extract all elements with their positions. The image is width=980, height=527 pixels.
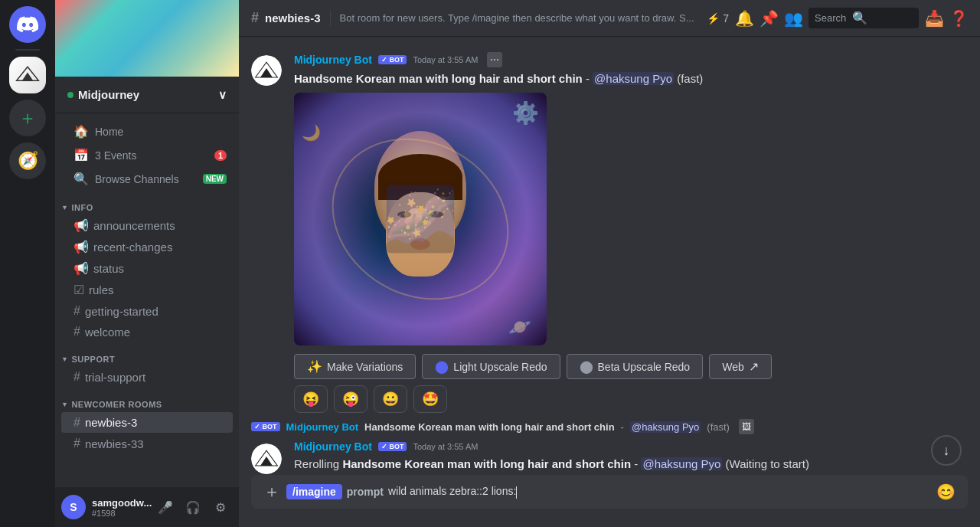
inline-mention[interactable]: @haksung Pyo (630, 421, 701, 433)
channel-sidebar: Midjourney ∨ 🏠 Home 📅 3 Events 1 🔍 Brows… (55, 0, 239, 527)
message-input-box[interactable]: ＋ /imagine prompt wild animals zebra::2 … (251, 475, 968, 509)
slash-command-display[interactable]: /imagine prompt wild animals zebra::2 li… (286, 484, 930, 499)
channel-name: newbies-3 (85, 416, 137, 429)
beta-upscale-redo-label: Beta Upscale Redo (598, 361, 691, 373)
channel-header-name-area: # newbies-3 (251, 10, 321, 26)
channel-status[interactable]: 📢 status (61, 258, 233, 279)
channel-recent-changes[interactable]: 📢 recent-changes (61, 237, 233, 257)
web-button[interactable]: Web ↗ (709, 354, 772, 379)
channel-name: rules (89, 283, 114, 296)
sidebar-item-events[interactable]: 📅 3 Events 1 (61, 143, 233, 167)
announce-icon-2: 📢 (74, 240, 89, 254)
message-input-area: ＋ /imagine prompt wild animals zebra::2 … (239, 475, 980, 527)
message-timestamp-2: Today at 3:55 AM (413, 442, 478, 451)
discord-home-button[interactable] (9, 6, 46, 43)
pin-button[interactable]: 📌 (760, 9, 778, 28)
inline-speed: (fast) (707, 421, 730, 433)
category-arrow-icon-2: ▼ (61, 355, 68, 363)
server-sidebar: ＋ 🧭 (0, 0, 55, 527)
channel-description: Bot room for new users. Type /imagine th… (340, 12, 698, 24)
category-newcomer[interactable]: ▼ NEWCOMER ROOMS (55, 388, 239, 412)
midjourney-avatar-2 (251, 444, 282, 474)
reaction-2[interactable]: 😜 (334, 385, 368, 413)
user-avatar[interactable]: S (61, 495, 86, 519)
input-prompt-value[interactable]: wild animals zebra::2 lions: (388, 485, 930, 498)
inline-author[interactable]: Midjourney Bot (286, 421, 359, 433)
channel-name: recent-changes (93, 241, 172, 254)
deafen-button[interactable]: 🎧 (181, 495, 205, 519)
reaction-4[interactable]: 🤩 (413, 385, 447, 413)
make-variations-button[interactable]: ✨ Make Variations (294, 354, 416, 379)
reaction-3[interactable]: 😀 (374, 385, 407, 413)
channel-getting-started[interactable]: # getting-started (61, 301, 233, 321)
reaction-1[interactable]: 😝 (294, 385, 328, 413)
input-prompt-label: prompt (347, 486, 384, 498)
channel-trial-support[interactable]: # trial-support (61, 367, 233, 387)
midjourney-avatar (251, 55, 282, 86)
search-label: Search (815, 12, 846, 24)
emoji-reactions: 😝 😜 😀 🤩 (294, 385, 968, 413)
light-upscale-redo-button[interactable]: ⬤ Light Upscale Redo (422, 354, 560, 379)
text-cursor (516, 486, 517, 499)
verified-tag-1: ✓ BOT (378, 55, 407, 64)
message-buttons: ✨ Make Variations ⬤ Light Upscale Redo ⬤… (294, 354, 968, 379)
calendar-icon: 📅 (74, 148, 89, 162)
help-button[interactable]: ❓ (949, 9, 968, 28)
scroll-to-bottom-button[interactable]: ↓ (931, 435, 962, 466)
beta-upscale-redo-button[interactable]: ⬤ Beta Upscale Redo (567, 354, 704, 379)
channel-newbies-3[interactable]: # newbies-3 👤+ (61, 412, 233, 433)
add-server-button[interactable]: ＋ (9, 100, 46, 136)
sidebar-item-home[interactable]: 🏠 Home (61, 119, 233, 143)
main-content: # newbies-3 Bot room for new users. Type… (239, 0, 980, 527)
generated-image: ⚙️ 🌙 🪐 (294, 93, 547, 345)
discover-button[interactable]: 🧭 (9, 142, 46, 179)
channel-newbies-33[interactable]: # newbies-33 (61, 434, 233, 453)
sidebar-item-browse[interactable]: 🔍 Browse Channels NEW (61, 167, 233, 191)
messages-area: Midjourney Bot ✓ BOT Today at 3:55 AM ⋯ … (239, 37, 980, 475)
announce-icon-3: 📢 (74, 261, 89, 276)
message-text-1: Handsome Korean man with long hair and s… (294, 70, 968, 87)
home-label: Home (95, 126, 123, 138)
notifications-button[interactable]: 🔔 (735, 9, 753, 28)
message-header-2: Midjourney Bot ✓ BOT Today at 3:55 AM (294, 440, 968, 453)
settings-button[interactable]: ⚙ (208, 495, 233, 519)
category-info[interactable]: ▼ INFO (55, 191, 239, 215)
category-support[interactable]: ▼ SUPPORT (55, 342, 239, 367)
message-content-1: Midjourney Bot ✓ BOT Today at 3:55 AM ⋯ … (294, 52, 968, 413)
midjourney-server-icon[interactable] (9, 57, 46, 93)
hash-icon-2: # (74, 325, 80, 339)
inbox-button[interactable]: 📥 (925, 9, 943, 28)
events-badge: 1 (214, 150, 227, 161)
verified-tag-2: ✓ BOT (378, 442, 407, 451)
rerolling-mention[interactable]: @haksung Pyo (641, 457, 722, 470)
header-divider (330, 11, 331, 26)
search-bar[interactable]: Search 🔍 (808, 8, 919, 28)
add-attachment-button[interactable]: ＋ (263, 480, 280, 503)
channel-welcome[interactable]: # welcome (61, 322, 233, 342)
server-header[interactable]: Midjourney ∨ (55, 77, 239, 113)
channel-announcements[interactable]: 📢 announcements (61, 215, 233, 236)
chevron-down-icon: ∨ (218, 88, 227, 102)
emoji-button[interactable]: 😊 (936, 483, 956, 501)
members-button[interactable]: 👥 (784, 9, 802, 28)
face-element (294, 93, 547, 345)
inline-action-icon[interactable]: 🖼 (739, 419, 754, 434)
message-image[interactable]: ⚙️ 🌙 🪐 (294, 93, 547, 345)
hash-icon: # (74, 304, 80, 318)
channel-rules[interactable]: ☑ rules (61, 280, 233, 300)
hash-icon-5: # (74, 437, 80, 450)
image-menu-icon[interactable]: ⋯ (487, 52, 502, 67)
rerolling-prefix: Rerolling (294, 457, 342, 470)
make-variations-label: Make Variations (327, 361, 403, 373)
face-head (386, 192, 455, 277)
announce-icon: 📢 (74, 218, 89, 233)
message-author-1[interactable]: Midjourney Bot (294, 54, 372, 66)
message-mention[interactable]: @haksung Pyo (593, 72, 674, 85)
message-speed: (fast) (677, 72, 703, 85)
mute-button[interactable]: 🎤 (153, 495, 178, 519)
rerolling-status: (Waiting to start) (726, 457, 809, 470)
user-name: samgoodw... (92, 497, 147, 509)
user-info: samgoodw... #1598 (92, 497, 147, 518)
inline-separator: - (621, 421, 624, 433)
message-author-2[interactable]: Midjourney Bot (294, 440, 372, 453)
